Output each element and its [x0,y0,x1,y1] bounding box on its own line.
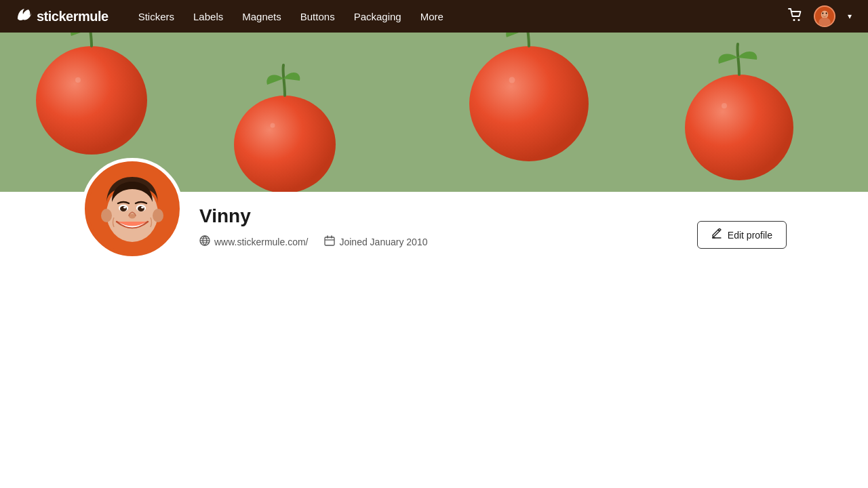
user-avatar-nav[interactable] [814,5,835,27]
svg-point-15 [722,103,727,108]
svg-point-25 [101,209,112,222]
svg-point-5 [822,12,823,14]
nav-packaging[interactable]: Packaging [346,7,410,26]
calendar-icon [324,235,335,249]
svg-point-3 [821,11,829,18]
svg-point-14 [685,75,793,180]
svg-point-0 [793,19,795,21]
avatar-ring [81,158,183,260]
logo-text: stickermule [37,9,108,24]
svg-point-9 [75,77,81,83]
svg-point-1 [798,19,800,21]
svg-point-13 [271,123,275,128]
profile-meta: www.stickermule.com/ Joined January 2010 [199,235,697,249]
svg-point-10 [469,46,589,161]
globe-icon [199,235,210,249]
edit-profile-label: Edit profile [728,230,772,241]
avatar-container [81,158,183,260]
joined-text: Joined January 2010 [339,237,427,247]
profile-website: www.stickermule.com/ [199,235,308,249]
nav-links: Stickers Labels Magnets Buttons Packagin… [130,7,788,26]
nav-buttons[interactable]: Buttons [292,7,343,26]
svg-point-24 [129,214,136,219]
svg-point-26 [153,209,163,222]
nav-magnets[interactable]: Magnets [234,7,290,26]
profile-joined: Joined January 2010 [324,235,427,249]
user-dropdown-chevron[interactable]: ▾ [848,12,852,21]
profile-section: Vinny www.stickermule.com/ [0,192,868,260]
cart-icon[interactable] [788,8,803,25]
edit-icon [711,228,722,241]
profile-name: Vinny [199,205,697,227]
avatar [88,165,176,253]
nav-labels[interactable]: Labels [185,7,231,26]
website-text: www.stickermule.com/ [214,237,308,247]
svg-rect-28 [325,237,334,245]
navbar-right: ▾ [788,5,852,27]
navbar: stickermule Stickers Labels Magnets Butt… [0,0,868,33]
svg-point-22 [123,207,126,209]
mule-icon [16,7,33,26]
edit-profile-button[interactable]: Edit profile [697,221,787,249]
svg-rect-29 [712,237,715,239]
svg-point-23 [141,207,144,209]
content-area [0,260,868,463]
svg-point-6 [826,12,827,14]
profile-info: Vinny www.stickermule.com/ [199,192,697,260]
svg-point-11 [509,77,515,83]
nav-more[interactable]: More [412,7,452,26]
svg-point-12 [234,96,336,192]
nav-stickers[interactable]: Stickers [130,7,182,26]
svg-point-8 [36,46,147,155]
logo[interactable]: stickermule [16,7,108,26]
